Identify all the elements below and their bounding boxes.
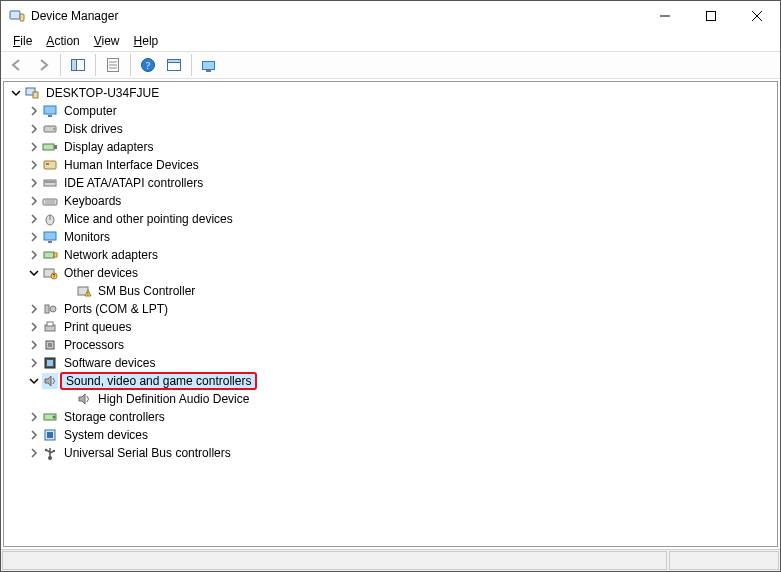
svg-rect-3 [707,12,716,21]
tree-category[interactable]: Display adapters [4,138,777,156]
expander-none [60,391,76,407]
tree-category[interactable]: Software devices [4,354,777,372]
tree-root[interactable]: DESKTOP-U34FJUE [4,84,777,102]
menu-action[interactable]: Action [40,33,85,49]
tree-category[interactable]: Computer [4,102,777,120]
svg-rect-17 [206,70,211,72]
close-button[interactable] [734,1,780,31]
svg-rect-21 [48,115,52,117]
tree-root-label: DESKTOP-U34FJUE [44,86,161,100]
chevron-down-icon[interactable] [26,373,42,389]
hid-icon [42,157,58,173]
expander-none [60,283,76,299]
tree-category[interactable]: Mice and other pointing devices [4,210,777,228]
tree-category[interactable]: Print queues [4,318,777,336]
menu-help[interactable]: Help [128,33,165,49]
printer-icon [42,319,58,335]
svg-text:!: ! [87,291,88,297]
tree-category[interactable]: ? Other devices [4,264,777,282]
chevron-right-icon[interactable] [26,121,42,137]
svg-rect-36 [48,241,52,243]
tree-category-label: Human Interface Devices [62,158,201,172]
minimize-button[interactable] [642,1,688,31]
chevron-right-icon[interactable] [26,409,42,425]
tree-category[interactable]: Human Interface Devices [4,156,777,174]
toolbar-scan-button[interactable] [197,53,221,77]
chevron-right-icon[interactable] [26,355,42,371]
toolbar-help-button[interactable]: ? [136,53,160,77]
maximize-button[interactable] [688,1,734,31]
svg-rect-27 [46,163,49,165]
tree-item-label: SM Bus Controller [96,284,197,298]
tree-category-label: IDE ATA/ATAPI controllers [62,176,205,190]
svg-rect-0 [10,11,20,19]
disk-icon [42,121,58,137]
svg-point-56 [53,416,56,419]
tree-category[interactable]: Network adapters [4,246,777,264]
toolbar-separator [191,54,192,76]
tree-category-label: Computer [62,104,119,118]
chevron-right-icon[interactable] [26,103,42,119]
toolbar-console-tree-button[interactable] [66,53,90,77]
chevron-right-icon[interactable] [26,211,42,227]
device-tree[interactable]: DESKTOP-U34FJUE Computer Disk drives Dis… [3,81,778,547]
other-warn-icon: ! [76,283,92,299]
svg-rect-35 [44,232,56,240]
svg-rect-26 [44,161,56,169]
menu-view[interactable]: View [88,33,126,49]
tree-category-label: Network adapters [62,248,160,262]
chevron-right-icon[interactable] [26,175,42,191]
chevron-right-icon[interactable] [26,193,42,209]
svg-rect-30 [43,199,57,205]
tree-category[interactable]: Universal Serial Bus controllers [4,444,777,462]
toolbar-properties-button[interactable] [101,53,125,77]
svg-rect-50 [48,343,52,347]
tree-category[interactable]: System devices [4,426,777,444]
toolbar-separator [95,54,96,76]
toolbar-separator [60,54,61,76]
tree-category-label: System devices [62,428,150,442]
tree-category[interactable]: Sound, video and game controllers [4,372,777,390]
usb-icon [42,445,58,461]
svg-text:?: ? [146,60,151,71]
sound-icon [42,373,58,389]
tree-item[interactable]: High Definition Audio Device [4,390,777,408]
keyboard-icon [42,193,58,209]
tree-item[interactable]: ! SM Bus Controller [4,282,777,300]
tree-category[interactable]: Processors [4,336,777,354]
toolbar-show-hidden-button[interactable] [162,53,186,77]
svg-text:?: ? [53,273,56,279]
toolbar-forward-button[interactable] [31,53,55,77]
chevron-right-icon[interactable] [26,445,42,461]
chevron-right-icon[interactable] [26,139,42,155]
tree-item-label: High Definition Audio Device [96,392,251,406]
client-area: DESKTOP-U34FJUE Computer Disk drives Dis… [1,79,780,571]
display-adapter-icon [42,139,58,155]
menu-file[interactable]: File [7,33,38,49]
tree-category[interactable]: IDE ATA/ATAPI controllers [4,174,777,192]
tree-category[interactable]: Keyboards [4,192,777,210]
toolbar-back-button[interactable] [5,53,29,77]
chevron-right-icon[interactable] [26,157,42,173]
chevron-down-icon[interactable] [26,265,42,281]
chevron-right-icon[interactable] [26,337,42,353]
tree-category[interactable]: Monitors [4,228,777,246]
tree-category-label: Storage controllers [62,410,167,424]
other-icon: ? [42,265,58,281]
tree-category-label: Disk drives [62,122,125,136]
tree-category-label: Monitors [62,230,112,244]
chevron-down-icon[interactable] [8,85,24,101]
svg-point-63 [45,449,47,451]
chevron-right-icon[interactable] [26,319,42,335]
chevron-right-icon[interactable] [26,301,42,317]
tree-category[interactable]: Storage controllers [4,408,777,426]
svg-rect-20 [44,106,56,114]
chevron-right-icon[interactable] [26,427,42,443]
tree-category[interactable]: Ports (COM & LPT) [4,300,777,318]
device-manager-window: Device Manager File Action View Help [0,0,781,572]
cpu-icon [42,337,58,353]
chevron-right-icon[interactable] [26,247,42,263]
tree-category[interactable]: Disk drives [4,120,777,138]
svg-rect-48 [47,322,53,326]
chevron-right-icon[interactable] [26,229,42,245]
